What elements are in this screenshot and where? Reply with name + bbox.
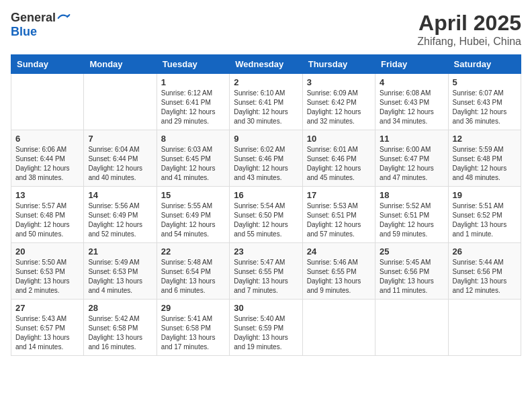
calendar-cell: 28Sunrise: 5:42 AMSunset: 6:58 PMDayligh… (84, 300, 157, 356)
day-number: 8 (161, 134, 225, 144)
calendar-cell: 11Sunrise: 6:00 AMSunset: 6:47 PMDayligh… (375, 130, 448, 187)
day-number: 2 (234, 77, 298, 87)
calendar-cell: 7Sunrise: 6:04 AMSunset: 6:44 PMDaylight… (84, 130, 157, 187)
day-number: 15 (161, 190, 225, 200)
calendar-table: SundayMondayTuesdayWednesdayThursdayFrid… (11, 54, 521, 356)
day-info: Sunrise: 6:00 AMSunset: 6:47 PMDaylight:… (380, 145, 443, 183)
day-info: Sunrise: 6:07 AMSunset: 6:43 PMDaylight:… (453, 89, 517, 126)
calendar-cell: 22Sunrise: 5:48 AMSunset: 6:54 PMDayligh… (157, 243, 229, 300)
day-number: 16 (234, 190, 298, 200)
day-info: Sunrise: 6:04 AMSunset: 6:44 PMDaylight:… (88, 145, 152, 183)
day-info: Sunrise: 6:09 AMSunset: 6:42 PMDaylight:… (307, 89, 371, 126)
calendar-header-row: SundayMondayTuesdayWednesdayThursdayFrid… (11, 55, 521, 74)
calendar-cell: 23Sunrise: 5:47 AMSunset: 6:55 PMDayligh… (230, 243, 302, 300)
day-info: Sunrise: 6:01 AMSunset: 6:46 PMDaylight:… (307, 145, 371, 183)
calendar-cell (448, 300, 521, 356)
day-number: 26 (453, 246, 517, 257)
calendar-week-row: 1Sunrise: 6:12 AMSunset: 6:41 PMDaylight… (11, 74, 521, 130)
day-number: 29 (161, 303, 225, 313)
day-number: 24 (307, 246, 371, 257)
logo-icon (57, 11, 71, 25)
day-number: 30 (234, 303, 298, 313)
day-info: Sunrise: 5:45 AMSunset: 6:56 PMDaylight:… (380, 258, 443, 295)
title-section: April 2025 Zhifang, Hubei, China (417, 11, 521, 48)
day-header-sunday: Sunday (11, 55, 84, 74)
day-info: Sunrise: 5:50 AMSunset: 6:53 PMDaylight:… (15, 258, 79, 295)
calendar-cell: 26Sunrise: 5:44 AMSunset: 6:56 PMDayligh… (448, 243, 521, 300)
calendar-cell: 3Sunrise: 6:09 AMSunset: 6:42 PMDaylight… (302, 74, 375, 130)
day-header-friday: Friday (375, 55, 448, 74)
calendar-week-row: 13Sunrise: 5:57 AMSunset: 6:48 PMDayligh… (11, 187, 521, 243)
day-number: 25 (380, 246, 443, 257)
day-number: 21 (88, 246, 152, 257)
day-header-tuesday: Tuesday (157, 55, 229, 74)
day-info: Sunrise: 6:08 AMSunset: 6:43 PMDaylight:… (380, 89, 443, 126)
day-info: Sunrise: 5:40 AMSunset: 6:59 PMDaylight:… (234, 314, 298, 352)
calendar-cell (302, 300, 375, 356)
day-info: Sunrise: 6:03 AMSunset: 6:45 PMDaylight:… (161, 145, 225, 183)
day-info: Sunrise: 5:57 AMSunset: 6:48 PMDaylight:… (15, 201, 79, 239)
day-info: Sunrise: 5:47 AMSunset: 6:55 PMDaylight:… (234, 258, 298, 295)
day-number: 1 (161, 77, 225, 87)
calendar-cell: 8Sunrise: 6:03 AMSunset: 6:45 PMDaylight… (157, 130, 229, 187)
calendar-cell: 19Sunrise: 5:51 AMSunset: 6:52 PMDayligh… (448, 187, 521, 243)
calendar-cell (84, 74, 157, 130)
calendar-cell: 2Sunrise: 6:10 AMSunset: 6:41 PMDaylight… (230, 74, 302, 130)
month-title: April 2025 (417, 11, 521, 36)
location-title: Zhifang, Hubei, China (417, 36, 521, 48)
day-info: Sunrise: 6:10 AMSunset: 6:41 PMDaylight:… (234, 89, 298, 126)
calendar-cell: 24Sunrise: 5:46 AMSunset: 6:55 PMDayligh… (302, 243, 375, 300)
day-info: Sunrise: 5:49 AMSunset: 6:53 PMDaylight:… (88, 258, 152, 295)
calendar-cell: 5Sunrise: 6:07 AMSunset: 6:43 PMDaylight… (448, 74, 521, 130)
calendar-cell: 13Sunrise: 5:57 AMSunset: 6:48 PMDayligh… (11, 187, 84, 243)
day-number: 18 (380, 190, 443, 200)
day-info: Sunrise: 5:46 AMSunset: 6:55 PMDaylight:… (307, 258, 371, 295)
day-info: Sunrise: 5:48 AMSunset: 6:54 PMDaylight:… (161, 258, 225, 295)
day-header-thursday: Thursday (302, 55, 375, 74)
day-info: Sunrise: 6:06 AMSunset: 6:44 PMDaylight:… (15, 145, 79, 183)
day-number: 6 (15, 134, 79, 144)
calendar-cell: 25Sunrise: 5:45 AMSunset: 6:56 PMDayligh… (375, 243, 448, 300)
calendar-cell (11, 74, 84, 130)
calendar-cell (375, 300, 448, 356)
calendar-cell: 4Sunrise: 6:08 AMSunset: 6:43 PMDaylight… (375, 74, 448, 130)
day-info: Sunrise: 6:12 AMSunset: 6:41 PMDaylight:… (161, 89, 225, 126)
calendar-cell: 27Sunrise: 5:43 AMSunset: 6:57 PMDayligh… (11, 300, 84, 356)
day-number: 9 (234, 134, 298, 144)
day-info: Sunrise: 5:59 AMSunset: 6:48 PMDaylight:… (453, 145, 517, 183)
day-info: Sunrise: 5:51 AMSunset: 6:52 PMDaylight:… (453, 201, 517, 239)
day-number: 3 (307, 77, 371, 87)
day-number: 12 (453, 134, 517, 144)
day-info: Sunrise: 5:41 AMSunset: 6:58 PMDaylight:… (161, 314, 225, 352)
calendar-cell: 20Sunrise: 5:50 AMSunset: 6:53 PMDayligh… (11, 243, 84, 300)
day-info: Sunrise: 5:42 AMSunset: 6:58 PMDaylight:… (88, 314, 152, 352)
day-number: 27 (15, 303, 79, 313)
day-number: 22 (161, 246, 225, 257)
calendar-cell: 16Sunrise: 5:54 AMSunset: 6:50 PMDayligh… (230, 187, 302, 243)
day-number: 17 (307, 190, 371, 200)
page-header: General Blue April 2025 Zhifang, Hubei, … (11, 11, 521, 48)
day-info: Sunrise: 6:02 AMSunset: 6:46 PMDaylight:… (234, 145, 298, 183)
calendar-cell: 10Sunrise: 6:01 AMSunset: 6:46 PMDayligh… (302, 130, 375, 187)
calendar-cell: 6Sunrise: 6:06 AMSunset: 6:44 PMDaylight… (11, 130, 84, 187)
calendar-cell: 21Sunrise: 5:49 AMSunset: 6:53 PMDayligh… (84, 243, 157, 300)
day-info: Sunrise: 5:43 AMSunset: 6:57 PMDaylight:… (15, 314, 79, 352)
calendar-cell: 17Sunrise: 5:53 AMSunset: 6:51 PMDayligh… (302, 187, 375, 243)
day-number: 13 (15, 190, 79, 200)
calendar-cell: 1Sunrise: 6:12 AMSunset: 6:41 PMDaylight… (157, 74, 229, 130)
day-number: 7 (88, 134, 152, 144)
calendar-cell: 15Sunrise: 5:55 AMSunset: 6:49 PMDayligh… (157, 187, 229, 243)
calendar-week-row: 6Sunrise: 6:06 AMSunset: 6:44 PMDaylight… (11, 130, 521, 187)
calendar-cell: 14Sunrise: 5:56 AMSunset: 6:49 PMDayligh… (84, 187, 157, 243)
logo-general-text: General (11, 11, 56, 25)
day-info: Sunrise: 5:55 AMSunset: 6:49 PMDaylight:… (161, 201, 225, 239)
day-number: 20 (15, 246, 79, 257)
day-number: 10 (307, 134, 371, 144)
day-number: 5 (453, 77, 517, 87)
calendar-cell: 30Sunrise: 5:40 AMSunset: 6:59 PMDayligh… (230, 300, 302, 356)
logo-blue-text: Blue (11, 25, 37, 39)
day-info: Sunrise: 5:44 AMSunset: 6:56 PMDaylight:… (453, 258, 517, 295)
calendar-cell: 12Sunrise: 5:59 AMSunset: 6:48 PMDayligh… (448, 130, 521, 187)
day-header-monday: Monday (84, 55, 157, 74)
day-number: 14 (88, 190, 152, 200)
